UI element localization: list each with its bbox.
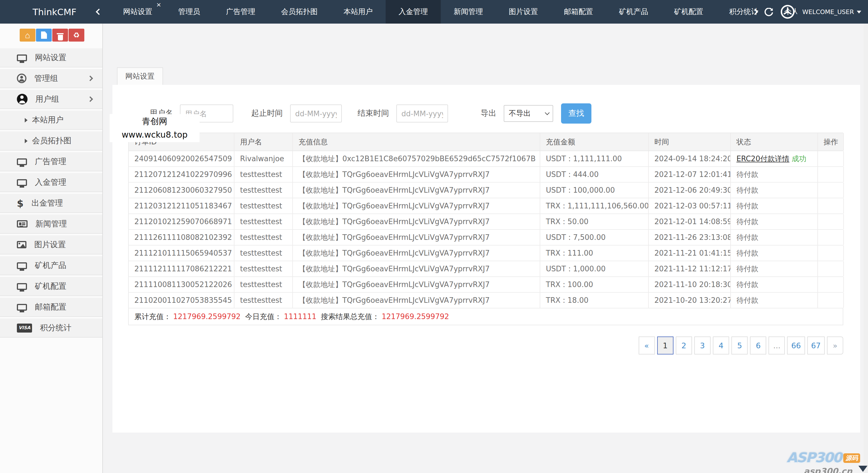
monitor-icon (17, 304, 27, 310)
top-nav-tab[interactable]: 管理员 (165, 0, 213, 24)
sidebar-item-label: 积分统计 (40, 323, 71, 333)
refresh-icon[interactable] (765, 8, 773, 16)
page-button[interactable]: 6 (750, 337, 767, 354)
status-pending-label: 待付款 (737, 264, 758, 274)
page-button[interactable]: « (638, 337, 655, 354)
trash-icon[interactable] (52, 29, 68, 41)
top-nav-tab[interactable]: 入金管理 (386, 0, 441, 24)
payment-detail-link[interactable]: ERC20付款详情 (737, 154, 789, 164)
home-icon[interactable] (20, 29, 35, 41)
sidebar-item[interactable]: 积分统计 (0, 318, 102, 338)
actions-cell (818, 277, 844, 292)
page-button[interactable]: » (827, 337, 843, 354)
time-cell: 2021-12-07 12:01:41 (649, 167, 731, 182)
top-nav-tab[interactable]: 网站设置 (110, 0, 165, 24)
collapse-tabs-icon[interactable] (96, 9, 102, 15)
sidebar-item[interactable]: 入金管理 (0, 173, 102, 192)
search-button[interactable]: 查找 (561, 103, 591, 124)
deposit-info-cell: 【收款地址】TQrGg6oeavEHrmLJcVLiVgVA7yprrvRXJ7 (293, 261, 540, 276)
page-button[interactable]: 5 (732, 337, 748, 354)
status-pending-label: 待付款 (737, 248, 758, 258)
time-cell: 2021-11-12 11:12:17 (649, 261, 731, 276)
start-date-input[interactable] (290, 104, 342, 123)
scrollbar-down-icon[interactable] (859, 466, 867, 472)
welcome-user-label: WELCOME_USER (802, 8, 854, 15)
page-button[interactable]: 67 (807, 337, 825, 354)
export-select-value: 不导出 (509, 108, 531, 119)
top-nav-tab[interactable]: 广告管理 (213, 0, 268, 24)
sidebar-item-label: 矿机配置 (35, 281, 66, 291)
status-cell: 待付款 (731, 230, 818, 245)
tab-label: 网站设置 (125, 72, 155, 80)
sidebar-item[interactable]: 广告管理 (0, 152, 102, 171)
sidebar-item[interactable]: 矿机配置 (0, 277, 102, 296)
sidebar-item[interactable]: 新闻管理 (0, 214, 102, 234)
actions-cell (818, 245, 844, 261)
sidebar-item-label: 网站设置 (35, 53, 66, 63)
status-cell: 待付款 (731, 261, 818, 276)
status-cell: 待付款 (731, 167, 818, 182)
sidebar-item[interactable]: 管理组 (0, 69, 102, 88)
page-button[interactable]: 2 (676, 337, 692, 354)
top-nav-tab-label: 矿机配置 (674, 7, 703, 17)
tab-website-settings[interactable]: 网站设置 (117, 67, 163, 85)
time-cell: 2021-12-03 00:57:11 (649, 198, 731, 213)
time-cell: 2024-09-14 18:24:20 (649, 151, 731, 166)
page-button[interactable]: ... (769, 337, 785, 354)
page-button[interactable]: 66 (787, 337, 805, 354)
close-tab-icon[interactable] (156, 2, 161, 8)
sidebar-item[interactable]: 用户组 (0, 90, 102, 109)
deposit-info-cell: 【收款地址】TQrGg6oeavEHrmLJcVLiVgVA7yprrvRXJ7 (293, 167, 540, 182)
top-nav-tab-label: 本站用户 (343, 7, 373, 17)
username-cell: testtesttest (235, 277, 293, 292)
sidebar-item[interactable]: 矿机产品 (0, 256, 102, 275)
username-cell: testtesttest (235, 245, 293, 261)
actions-cell (818, 167, 844, 182)
deposit-info-cell: 【收款地址】TQrGg6oeavEHrmLJcVLiVgVA7yprrvRXJ7 (293, 182, 540, 198)
column-header: 时间 (649, 133, 731, 150)
top-nav-tab[interactable]: 矿机产品 (606, 0, 661, 24)
sidebar-item[interactable]: 邮箱配置 (0, 298, 102, 317)
top-nav-tab[interactable]: 矿机配置 (661, 0, 716, 24)
sidebar-item-label: 入金管理 (35, 177, 66, 187)
page-button[interactable]: 3 (694, 337, 711, 354)
page-button[interactable]: 4 (713, 337, 729, 354)
status-cell: 待付款 (731, 214, 818, 229)
top-nav-tab-label: 管理员 (178, 7, 200, 17)
top-nav-tab[interactable]: 新闻管理 (441, 0, 496, 24)
top-nav-tab[interactable]: 本站用户 (331, 0, 386, 24)
file-icon[interactable] (36, 29, 52, 41)
top-nav-tab[interactable]: 会员拓扑图 (268, 0, 331, 24)
total-deposit-value: 1217969.2599792 (173, 312, 241, 321)
page-button[interactable]: 1 (657, 337, 674, 354)
amount-cell: USDT : 100,000.00 (540, 182, 649, 198)
top-nav-tab[interactable]: 图片设置 (496, 0, 551, 24)
monitor-icon (17, 54, 27, 61)
export-select[interactable]: 不导出 (504, 105, 553, 122)
sidebar-item[interactable]: 会员拓扑图 (0, 131, 102, 150)
end-date-input[interactable] (396, 104, 448, 123)
start-date-label: 起止时间 (251, 108, 283, 119)
top-nav-tab[interactable]: 邮箱配置 (551, 0, 606, 24)
caret-right-icon (25, 118, 28, 122)
sidebar-item[interactable]: 出金管理 (0, 194, 102, 213)
sidebar-item[interactable]: 图片设置 (0, 235, 102, 255)
avatar-icon[interactable] (780, 4, 795, 19)
sidebar-item[interactable]: 本站用户 (0, 111, 102, 130)
next-tabs-icon[interactable] (752, 9, 758, 15)
actions-cell (818, 293, 844, 308)
deposit-info-cell: 【收款地址】TQrGg6oeavEHrmLJcVLiVgVA7yprrvRXJ7 (293, 245, 540, 261)
user-menu[interactable]: WELCOME_USER (802, 8, 861, 15)
chevron-right-icon (87, 75, 93, 81)
deposit-info-cell: 【收款地址】TQrGg6oeavEHrmLJcVLiVgVA7yprrvRXJ7 (293, 230, 540, 245)
sidebar-item[interactable]: 网站设置 (0, 48, 102, 67)
brand-logo[interactable]: ThinkCMF (33, 6, 76, 17)
top-nav-tab-label: 图片设置 (509, 7, 538, 17)
scrollbar-track[interactable] (864, 24, 868, 473)
recycle-icon[interactable] (69, 29, 84, 41)
actions-cell (818, 230, 844, 245)
status-pending-label: 待付款 (737, 216, 758, 227)
status-pending-label: 待付款 (737, 201, 758, 211)
table-row: 211207121241022970996 testtesttest 【收款地址… (129, 167, 843, 182)
username-cell: testtesttest (235, 167, 293, 182)
